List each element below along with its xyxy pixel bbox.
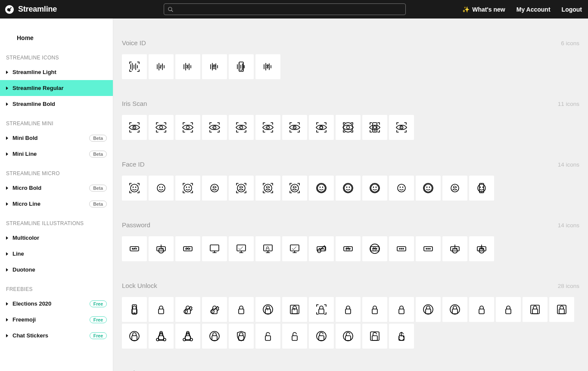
logout-link[interactable]: Logout [562, 6, 582, 13]
password-desktop-check-icon[interactable] [229, 236, 254, 261]
icon-grid [122, 115, 579, 140]
iris-scan-disabled-icon[interactable] [122, 115, 147, 140]
lock-safe-icon[interactable] [549, 297, 574, 322]
my-account-link[interactable]: My Account [516, 6, 551, 13]
face-id-woman-icon[interactable] [202, 176, 227, 201]
face-id-side-icon[interactable] [389, 176, 414, 201]
lock-handle-icon[interactable] [149, 297, 174, 322]
unlock-2-icon[interactable] [282, 324, 307, 349]
sidebar-item[interactable]: Streamline Bold [0, 96, 113, 112]
lock-shield-icon[interactable] [229, 324, 254, 349]
lock-wallet-icon[interactable] [523, 297, 548, 322]
lock-circle-icon[interactable] [442, 297, 467, 322]
iris-scan-approved-icon[interactable] [202, 115, 227, 140]
sidebar-item[interactable]: Mini LineBeta [0, 146, 113, 162]
password-lock-below-icon[interactable] [336, 236, 361, 261]
sidebar-item[interactable]: Duotone [0, 262, 113, 278]
unlock-dot-icon[interactable] [336, 324, 361, 349]
iris-scan-check-icon[interactable] [229, 115, 254, 140]
iris-scan-lock-icon[interactable] [309, 115, 334, 140]
lock-keyhole-square-icon[interactable] [282, 297, 307, 322]
brand-logo[interactable]: Streamline [4, 4, 57, 15]
group-title: Settings [122, 369, 145, 371]
lock-key-below-icon[interactable] [202, 297, 227, 322]
lock-dots-icon[interactable] [202, 324, 227, 349]
face-id-profile-icon[interactable] [442, 176, 467, 201]
face-id-user-scan-icon[interactable] [255, 176, 280, 201]
password-touch-icon[interactable] [442, 236, 467, 261]
iris-scan-user-icon[interactable] [389, 115, 414, 140]
password-hidden-icon[interactable] [416, 236, 441, 261]
password-touch-lock-icon[interactable] [469, 236, 494, 261]
sidebar-item-label: Elections 2020 [12, 300, 51, 307]
unlock-square-icon[interactable] [362, 324, 387, 349]
lock-network-icon[interactable] [149, 324, 174, 349]
face-id-woman-frame-icon[interactable] [282, 176, 307, 201]
iris-scan-phone-icon[interactable] [362, 115, 387, 140]
lock-key-right-icon[interactable] [175, 297, 200, 322]
sidebar-item[interactable]: Micro BoldBeta [0, 180, 113, 196]
voice-id-denied-icon[interactable] [175, 54, 200, 79]
search-field[interactable] [164, 3, 406, 15]
sidebar-item[interactable]: Mini BoldBeta [0, 130, 113, 146]
voice-id-scan-icon[interactable] [122, 54, 147, 79]
icon-grid [122, 297, 579, 349]
icon-grid [122, 176, 579, 201]
voice-id-user-icon[interactable] [255, 54, 280, 79]
sidebar-item[interactable]: Multicolor [0, 230, 113, 246]
lock-frame-icon[interactable] [309, 297, 334, 322]
face-id-dots-icon[interactable] [309, 176, 334, 201]
face-id-globe-icon[interactable] [416, 176, 441, 201]
lock-combo-icon[interactable] [229, 297, 254, 322]
face-id-frame-icon[interactable] [122, 176, 147, 201]
iris-scan-denied-icon[interactable] [282, 115, 307, 140]
iris-scan-search-icon[interactable] [336, 115, 361, 140]
unlock-touch-icon[interactable] [389, 324, 414, 349]
lock-dot-icon[interactable] [416, 297, 441, 322]
sidebar-home[interactable]: Home [0, 30, 113, 46]
password-cursor-icon[interactable] [149, 236, 174, 261]
sidebar-item[interactable]: Line [0, 246, 113, 262]
lock-plus-icon[interactable] [389, 297, 414, 322]
voice-id-phone-icon[interactable] [229, 54, 254, 79]
face-id-scan-icon[interactable] [175, 176, 200, 201]
face-id-user-frame-icon[interactable] [229, 176, 254, 201]
iris-scan-eye-icon[interactable] [175, 115, 200, 140]
lock-closed-icon[interactable] [469, 297, 494, 322]
voice-id-lock-icon[interactable] [202, 54, 227, 79]
whats-new-link[interactable]: ✨ What's new [462, 6, 505, 13]
face-id-gear-icon[interactable] [362, 176, 387, 201]
sidebar-item[interactable]: Streamline Light [0, 64, 113, 80]
face-id-sun-icon[interactable] [336, 176, 361, 201]
password-desktop-approved-icon[interactable] [282, 236, 307, 261]
unlock-1-icon[interactable] [255, 324, 280, 349]
caret-right-icon [6, 136, 8, 140]
sidebar-item[interactable]: Chat StickersFree [0, 328, 113, 343]
sidebar-item[interactable]: Micro LineBeta [0, 196, 113, 212]
lock-open-up-icon[interactable] [496, 297, 521, 322]
password-key-icon[interactable] [309, 236, 334, 261]
password-desktop-lock-icon[interactable] [255, 236, 280, 261]
lock-phone-icon[interactable] [122, 297, 147, 322]
lock-keyhole-circle-icon[interactable] [255, 297, 280, 322]
sidebar-item[interactable]: Elections 2020Free [0, 296, 113, 312]
password-type-icon[interactable] [389, 236, 414, 261]
sidebar-item-label: Streamline Regular [12, 85, 64, 91]
search-input[interactable] [177, 6, 402, 12]
iris-scan-frame-icon[interactable] [149, 115, 174, 140]
face-id-phone-icon[interactable] [469, 176, 494, 201]
lock-1-icon[interactable] [336, 297, 361, 322]
lock-2-icon[interactable] [362, 297, 387, 322]
password-desktop-icon[interactable] [202, 236, 227, 261]
face-id-smile-icon[interactable] [149, 176, 174, 201]
unlock-circle-icon[interactable] [309, 324, 334, 349]
lock-circle-2-icon[interactable] [122, 324, 147, 349]
sidebar-item[interactable]: Streamline Regular [0, 80, 113, 96]
iris-scan-eye-check-icon[interactable] [255, 115, 280, 140]
password-approved-icon[interactable] [122, 236, 147, 261]
sidebar-item[interactable]: FreemojiFree [0, 312, 113, 328]
password-dots-lock-icon[interactable] [362, 236, 387, 261]
lock-share-icon[interactable] [175, 324, 200, 349]
voice-id-approved-icon[interactable] [149, 54, 174, 79]
password-denied-icon[interactable] [175, 236, 200, 261]
